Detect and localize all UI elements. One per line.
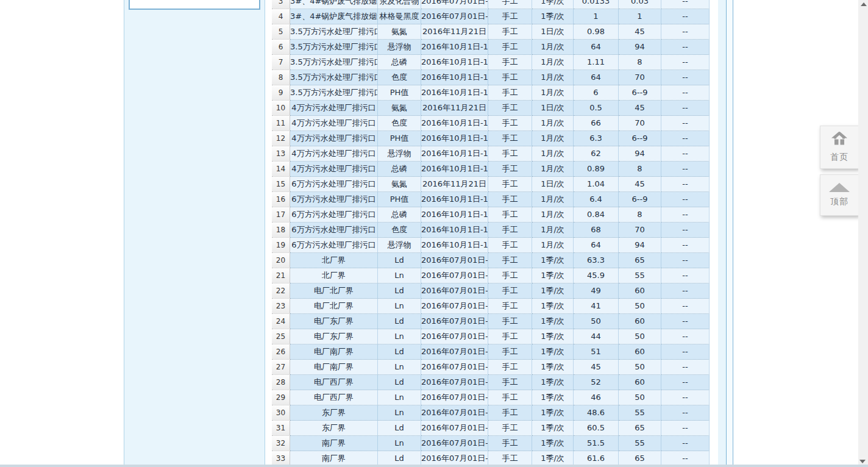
monitor-limit-cell: 45 bbox=[619, 24, 661, 40]
bottom-edge-strip bbox=[0, 465, 868, 467]
monitor-value-cell: 6 bbox=[574, 85, 619, 101]
monitor-frequency-cell: 1季/次 bbox=[532, 344, 574, 360]
monitor-frequency-cell: 1月/次 bbox=[532, 85, 574, 101]
monitor-date-cell: 2016年07月01日-09 bbox=[421, 344, 488, 360]
row-number-cell: 32 bbox=[272, 436, 290, 451]
row-number-cell: 14 bbox=[272, 162, 290, 177]
monitor-frequency-cell: 1季/次 bbox=[532, 0, 574, 9]
monitor-point-cell: 电厂东厂界 bbox=[290, 329, 378, 344]
monitor-frequency-cell: 1月/次 bbox=[532, 238, 574, 253]
monitor-note-cell: -- bbox=[661, 0, 710, 9]
monitor-table: 3 3#、4#锅炉废气排放烟道 汞及化合物 2016年07月01日-09 手工 … bbox=[272, 0, 710, 466]
monitor-method-cell: 手工 bbox=[488, 223, 532, 238]
monitor-limit-cell: 55 bbox=[619, 268, 661, 283]
monitor-value-cell: 49 bbox=[574, 283, 619, 299]
monitor-method-cell: 手工 bbox=[488, 177, 532, 192]
monitor-limit-cell: 0.03 bbox=[619, 0, 661, 9]
monitor-method-cell: 手工 bbox=[488, 24, 532, 40]
row-number-cell: 20 bbox=[272, 253, 290, 268]
monitor-limit-cell: 70 bbox=[619, 116, 661, 131]
table-row: 6 3.5万方污水处理厂排污口 悬浮物 2016年10月1日-10月 手工 1月… bbox=[272, 40, 710, 55]
monitor-date-cell: 2016年07月01日-09 bbox=[421, 421, 488, 436]
row-number-cell: 24 bbox=[272, 314, 290, 329]
row-number-cell: 10 bbox=[272, 101, 290, 116]
table-row: 22 电厂北厂界 Ld 2016年07月01日-09 手工 1季/次 49 60… bbox=[272, 283, 710, 299]
monitor-frequency-cell: 1季/次 bbox=[532, 436, 574, 451]
monitor-note-cell: -- bbox=[661, 268, 710, 283]
monitor-frequency-cell: 1季/次 bbox=[532, 329, 574, 344]
monitor-limit-cell: 60 bbox=[619, 283, 661, 299]
monitor-value-cell: 0.98 bbox=[574, 24, 619, 40]
scroll-up-arrow-icon[interactable] bbox=[861, 2, 867, 6]
back-to-top-button[interactable]: 顶部 bbox=[820, 174, 859, 216]
home-button[interactable]: 首页 bbox=[820, 126, 859, 169]
monitor-item-cell: Ld bbox=[378, 314, 421, 329]
monitor-date-cell: 2016年10月1日-10月 bbox=[421, 55, 488, 70]
monitor-value-cell: 64 bbox=[574, 70, 619, 85]
right-border-line-outer bbox=[733, 0, 733, 465]
monitor-item-cell: 总磷 bbox=[378, 207, 421, 223]
monitor-frequency-cell: 1季/次 bbox=[532, 299, 574, 314]
monitor-note-cell: -- bbox=[661, 283, 710, 299]
monitor-note-cell: -- bbox=[661, 116, 710, 131]
monitor-limit-cell: 6--9 bbox=[619, 192, 661, 207]
monitor-point-cell: 电厂南厂界 bbox=[290, 344, 378, 360]
monitor-method-cell: 手工 bbox=[488, 375, 532, 390]
monitor-note-cell: -- bbox=[661, 253, 710, 268]
monitor-method-cell: 手工 bbox=[488, 299, 532, 314]
monitor-date-cell: 2016年10月1日-10月 bbox=[421, 85, 488, 101]
monitor-value-cell: 6.4 bbox=[574, 192, 619, 207]
monitor-item-cell: 色度 bbox=[378, 116, 421, 131]
monitor-note-cell: -- bbox=[661, 238, 710, 253]
monitor-note-cell: -- bbox=[661, 70, 710, 85]
vertical-scrollbar[interactable] bbox=[858, 0, 868, 467]
row-number-cell: 16 bbox=[272, 192, 290, 207]
table-row: 8 3.5万方污水处理厂排污口 色度 2016年10月1日-10月 手工 1月/… bbox=[272, 70, 710, 85]
monitor-frequency-cell: 1月/次 bbox=[532, 55, 574, 70]
monitor-value-cell: 1 bbox=[574, 9, 619, 24]
monitor-method-cell: 手工 bbox=[488, 390, 532, 405]
monitor-value-cell: 0.84 bbox=[574, 207, 619, 223]
table-row: 13 4万方污水处理厂排污口 悬浮物 2016年10月1日-10月 手工 1月/… bbox=[272, 146, 710, 162]
table-row: 32 南厂界 Ln 2016年07月01日-09 手工 1季/次 51.5 55… bbox=[272, 436, 710, 451]
monitor-frequency-cell: 1月/次 bbox=[532, 192, 574, 207]
monitor-method-cell: 手工 bbox=[488, 85, 532, 101]
row-number-cell: 11 bbox=[272, 116, 290, 131]
monitor-date-cell: 2016年07月01日-09 bbox=[421, 390, 488, 405]
monitor-point-cell: 3.5万方污水处理厂排污口 bbox=[290, 55, 378, 70]
monitor-frequency-cell: 1季/次 bbox=[532, 253, 574, 268]
row-number-cell: 13 bbox=[272, 146, 290, 162]
table-row: 7 3.5万方污水处理厂排污口 总磷 2016年10月1日-10月 手工 1月/… bbox=[272, 55, 710, 70]
monitor-value-cell: 6.3 bbox=[574, 131, 619, 146]
monitor-point-cell: 6万方污水处理厂排污口 bbox=[290, 238, 378, 253]
scroll-down-arrow-icon[interactable] bbox=[859, 460, 866, 463]
monitor-date-cell: 2016年07月01日-09 bbox=[421, 314, 488, 329]
monitor-point-cell: 3.5万方污水处理厂排污口 bbox=[290, 85, 378, 101]
row-number-cell: 23 bbox=[272, 299, 290, 314]
monitor-point-cell: 南厂界 bbox=[290, 436, 378, 451]
monitor-point-cell: 4万方污水处理厂排污口 bbox=[290, 101, 378, 116]
monitor-limit-cell: 45 bbox=[619, 177, 661, 192]
row-number-cell: 30 bbox=[272, 405, 290, 421]
monitor-method-cell: 手工 bbox=[488, 116, 532, 131]
monitor-method-cell: 手工 bbox=[488, 146, 532, 162]
monitor-value-cell: 50 bbox=[574, 314, 619, 329]
monitor-frequency-cell: 1月/次 bbox=[532, 223, 574, 238]
monitor-frequency-cell: 1月/次 bbox=[532, 70, 574, 85]
monitor-item-cell: Ln bbox=[378, 360, 421, 375]
monitor-point-cell: 4万方污水处理厂排污口 bbox=[290, 146, 378, 162]
monitor-limit-cell: 50 bbox=[619, 299, 661, 314]
row-number-cell: 26 bbox=[272, 344, 290, 360]
monitor-limit-cell: 50 bbox=[619, 360, 661, 375]
monitor-point-cell: 3.5万方污水处理厂排污口 bbox=[290, 24, 378, 40]
row-number-cell: 7 bbox=[272, 55, 290, 70]
monitor-date-cell: 2016年11月21日 bbox=[421, 101, 488, 116]
monitor-value-cell: 52 bbox=[574, 375, 619, 390]
monitor-note-cell: -- bbox=[661, 375, 710, 390]
table-row: 21 北厂界 Ln 2016年07月01日-09 手工 1季/次 45.9 55… bbox=[272, 268, 710, 283]
monitor-note-cell: -- bbox=[661, 146, 710, 162]
monitor-date-cell: 2016年10月1日-10月 bbox=[421, 192, 488, 207]
monitor-item-cell: 氨氮 bbox=[378, 24, 421, 40]
monitor-frequency-cell: 1季/次 bbox=[532, 405, 574, 421]
monitor-method-cell: 手工 bbox=[488, 192, 532, 207]
